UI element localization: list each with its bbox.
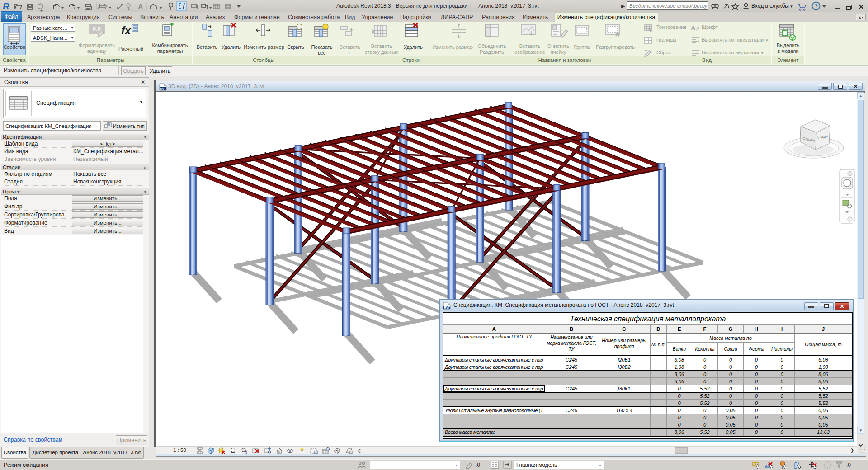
svg-text:A: A [691,24,696,32]
svg-text:A: A [138,3,143,11]
svg-text:?: ? [815,3,818,9]
svg-text:R: R [3,1,10,11]
svg-text:RVT: RVT [444,306,450,309]
svg-text:fx: fx [121,24,132,37]
